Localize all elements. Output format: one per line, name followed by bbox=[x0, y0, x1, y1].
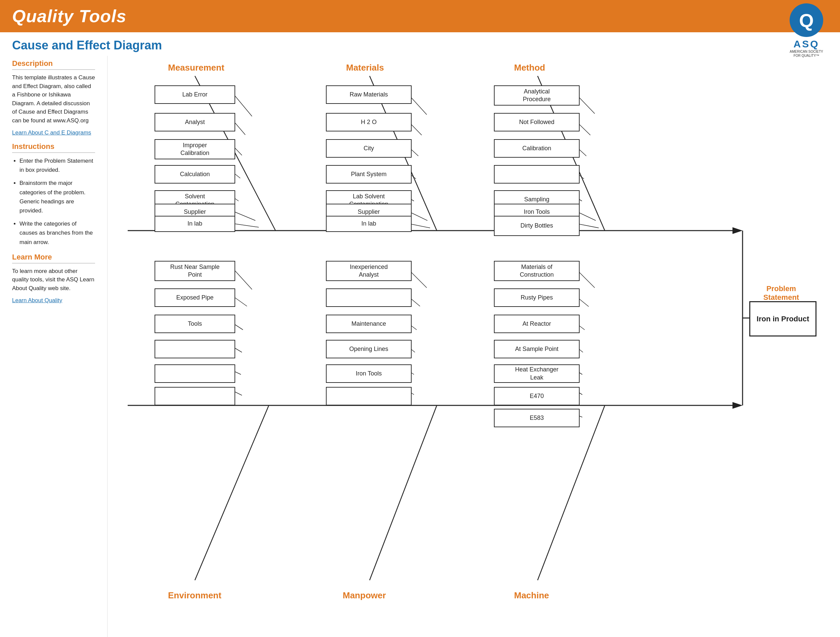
svg-line-12 bbox=[235, 148, 242, 155]
box-city: City bbox=[326, 139, 412, 158]
svg-line-15 bbox=[235, 212, 255, 221]
svg-line-18 bbox=[410, 123, 422, 135]
svg-marker-1 bbox=[733, 227, 742, 234]
header-measurement: Measurement bbox=[168, 63, 224, 73]
box-rust-near-sample: Rust Near SamplePoint bbox=[155, 261, 235, 281]
header-manpower: Manpower bbox=[343, 590, 386, 601]
box-opening-lines: Opening Lines bbox=[326, 340, 412, 358]
svg-line-7 bbox=[195, 405, 269, 580]
box-manpower-empty2 bbox=[326, 387, 412, 405]
svg-line-14 bbox=[235, 199, 238, 201]
header-method: Method bbox=[514, 63, 545, 73]
instruction-2: Brainstorm the major categories of the p… bbox=[19, 179, 95, 215]
svg-line-43 bbox=[578, 271, 595, 288]
box-e470: E470 bbox=[494, 387, 579, 405]
svg-line-29 bbox=[578, 212, 596, 221]
header-materials: Materials bbox=[346, 63, 384, 73]
box-maintenance: Maintenance bbox=[326, 315, 412, 333]
instruction-3: Write the categories of causes as branch… bbox=[19, 219, 95, 247]
box-tools: Tools bbox=[155, 315, 235, 333]
svg-line-8 bbox=[369, 405, 437, 580]
svg-line-13 bbox=[235, 174, 240, 178]
header-machine: Machine bbox=[514, 590, 549, 601]
header-environment: Environment bbox=[168, 590, 221, 601]
svg-line-24 bbox=[578, 96, 595, 114]
box-rusty-pipes: Rusty Pipes bbox=[494, 288, 579, 307]
learn-ce-link[interactable]: Learn About C and E Diagrams bbox=[12, 130, 95, 136]
svg-line-31 bbox=[235, 271, 252, 289]
asq-logo: ASQ AMERICAN SOCIETYFOR QUALITY™ bbox=[783, 3, 830, 58]
instructions-title: Instructions bbox=[12, 142, 95, 151]
box-heat-exchanger: Heat ExchangerLeak bbox=[494, 364, 579, 383]
instruction-1: Enter the Problem Statement in box provi… bbox=[19, 156, 95, 174]
box-dirty-bottles: Dirty Bottles bbox=[494, 216, 579, 236]
svg-line-23 bbox=[410, 224, 430, 228]
page-header: Quality Tools bbox=[0, 0, 840, 32]
box-analytical-procedure: AnalyticalProcedure bbox=[494, 85, 579, 106]
box-plant-system: Plant System bbox=[326, 165, 412, 183]
svg-line-25 bbox=[578, 123, 591, 135]
box-improper-calibration: ImproperCalibration bbox=[155, 139, 235, 159]
svg-line-37 bbox=[410, 271, 427, 288]
problem-statement-label: ProblemStatement bbox=[753, 285, 810, 302]
svg-line-10 bbox=[235, 96, 252, 116]
box-lab-error: Lab Error bbox=[155, 85, 235, 104]
box-e583: E583 bbox=[494, 409, 579, 427]
box-exposed-pipe: Exposed Pipe bbox=[155, 288, 235, 307]
instructions-list: Enter the Problem Statement in box provi… bbox=[12, 156, 95, 247]
box-iron-tools-man: Iron Tools bbox=[326, 364, 412, 383]
learn-more-title: Learn More bbox=[12, 253, 95, 261]
diagram-area: Measurement Materials Method Environment… bbox=[107, 56, 840, 637]
svg-line-22 bbox=[410, 212, 427, 221]
svg-line-36 bbox=[235, 392, 242, 395]
problem-statement-box[interactable]: Iron in Product bbox=[749, 301, 816, 337]
svg-line-32 bbox=[235, 298, 247, 306]
svg-line-30 bbox=[578, 224, 599, 228]
page-subtitle: Cause and Effect Diagram bbox=[0, 32, 840, 56]
svg-line-34 bbox=[235, 348, 242, 352]
learn-more-text: To learn more about other quality tools,… bbox=[12, 267, 95, 293]
description-text: This template illustrates a Cause and Ef… bbox=[12, 73, 95, 125]
box-empty-method bbox=[494, 165, 579, 183]
svg-line-16 bbox=[235, 224, 259, 227]
box-env-empty3 bbox=[155, 387, 235, 405]
box-analyst: Analyst bbox=[155, 113, 235, 131]
asq-circle-icon bbox=[789, 3, 823, 37]
box-env-empty2 bbox=[155, 364, 235, 383]
asq-name: ASQ bbox=[783, 38, 830, 50]
box-inlab-m: In lab bbox=[155, 216, 235, 232]
box-h2o: H 2 O bbox=[326, 113, 412, 131]
box-at-sample-point: At Sample Point bbox=[494, 340, 579, 358]
svg-marker-3 bbox=[733, 402, 742, 409]
box-env-empty1 bbox=[155, 340, 235, 358]
box-calculation: Calculation bbox=[155, 165, 235, 183]
box-at-reactor: At Reactor bbox=[494, 315, 579, 333]
diagram-title: Cause and Effect Diagram bbox=[12, 38, 828, 52]
svg-line-33 bbox=[235, 325, 243, 330]
page-title: Quality Tools bbox=[12, 6, 126, 26]
sidebar: Description This template illustrates a … bbox=[0, 56, 107, 637]
box-inlab-mat: In lab bbox=[326, 216, 412, 232]
main-content: Description This template illustrates a … bbox=[0, 56, 840, 637]
description-title: Description bbox=[12, 59, 95, 68]
svg-line-11 bbox=[235, 123, 245, 135]
svg-line-35 bbox=[235, 372, 241, 375]
box-not-followed: Not Followed bbox=[494, 113, 579, 131]
svg-line-17 bbox=[410, 96, 427, 115]
box-calibration: Calibration bbox=[494, 139, 579, 158]
learn-quality-link[interactable]: Learn About Quality bbox=[12, 297, 95, 304]
box-inexperienced-analyst: InexperiencedAnalyst bbox=[326, 261, 412, 281]
box-manpower-empty1 bbox=[326, 288, 412, 307]
box-materials-construction: Materials ofConstruction bbox=[494, 261, 579, 281]
svg-line-9 bbox=[538, 405, 605, 580]
box-raw-materials: Raw Materials bbox=[326, 85, 412, 104]
